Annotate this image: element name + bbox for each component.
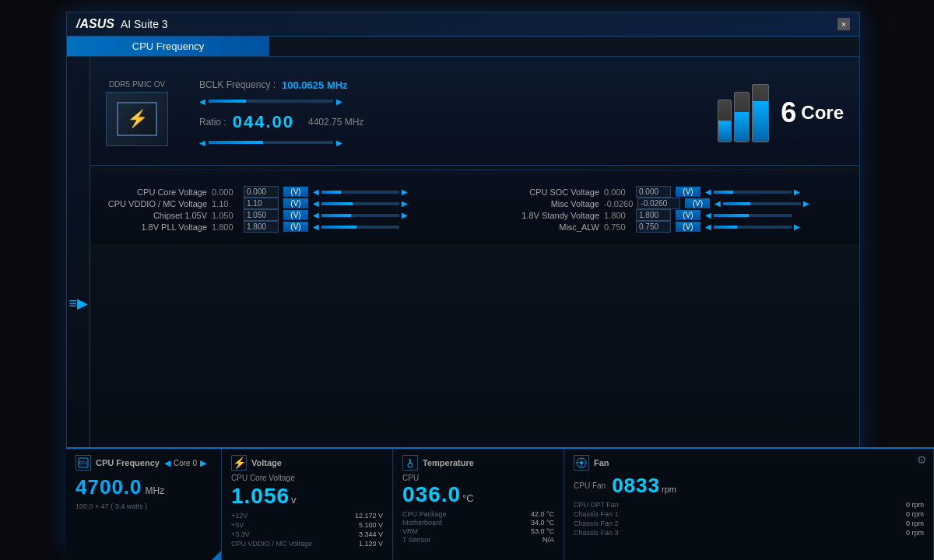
vol-unit-3: (V) [283, 210, 308, 220]
vol-inc-r1[interactable]: ▶ [794, 187, 800, 196]
cpu-temp-unit: °C [462, 492, 474, 504]
vol-dec-1[interactable]: ◀ [313, 187, 319, 196]
vol-track-r1[interactable] [714, 191, 792, 194]
vol-dec-3[interactable]: ◀ [313, 211, 319, 219]
vol-inc-1[interactable]: ▶ [402, 187, 408, 196]
voltage-list: +12V 12.172 V +5V 5.100 V +3.3V 3.344 V … [231, 512, 383, 548]
ratio-label: Ratio : [199, 117, 226, 128]
core-nav-prev[interactable]: ◀ [164, 458, 170, 468]
temperature-monitor: Temperature CPU 036.0 °C CPU Package 42.… [393, 449, 564, 560]
voltage-row-4: 1.8V PLL Voltage 1.800 (V) ◀ [106, 221, 451, 233]
core-count: 6 [781, 96, 796, 129]
core-display: 6 Core [718, 84, 844, 142]
close-button[interactable]: × [837, 18, 850, 30]
vol-input-1[interactable] [244, 186, 279, 198]
vol-track-3[interactable] [321, 214, 399, 217]
vol-val-r1a: 0.000 [604, 187, 631, 197]
vol-track-1[interactable] [321, 191, 399, 194]
vol-track-4[interactable] [321, 226, 399, 229]
temp-item-1: CPU Package 42.0 °C [402, 510, 554, 518]
vol-inc-3[interactable]: ▶ [402, 211, 408, 219]
vol-slider-r3: ◀ [705, 211, 792, 219]
temp-monitor-icon [402, 455, 418, 471]
vol-input-2[interactable] [244, 198, 279, 209]
svg-point-6 [580, 461, 583, 464]
vol-label-2: CPU VDDIO / MC Voltage [106, 199, 207, 208]
cpu-frequency-tab[interactable]: CPU Frequency [67, 37, 269, 56]
bclk-label: BCLK Frequency : [199, 79, 276, 90]
core-nav-next[interactable]: ▶ [200, 458, 206, 468]
bclk-inc-btn[interactable]: ▶ [336, 97, 342, 106]
vol-val-4a: 1.800 [212, 222, 239, 232]
vol-dec-r2[interactable]: ◀ [715, 199, 721, 208]
vol-slider-r4: ◀ ▶ [705, 222, 800, 231]
cpu-fan-label: CPU Fan [574, 481, 606, 490]
vol-input-3[interactable] [244, 209, 279, 221]
cpu-freq-monitor: CPU CPU Frequency ◀ Core 0 ▶ 4700.0 MHz … [66, 449, 222, 560]
bclk-slider[interactable] [209, 100, 333, 103]
ratio-value: 044.00 [233, 112, 294, 132]
temp-item-4: T Sensor N/A [402, 536, 554, 544]
vol-track-r4[interactable] [714, 226, 792, 229]
cpu-freq-unit: MHz [146, 485, 165, 496]
volt-item-3: +3.3V 3.344 V [231, 530, 383, 538]
app-title: AI Suite 3 [121, 18, 168, 30]
vol-dec-2[interactable]: ◀ [313, 199, 319, 208]
vol-track-r2[interactable] [723, 202, 801, 205]
voltage-monitor-title: Voltage [251, 458, 282, 467]
vol-val-1a: 0.000 [212, 187, 239, 197]
vol-input-r3[interactable] [636, 209, 671, 221]
vol-unit-4: (V) [283, 222, 308, 232]
vol-inc-r2[interactable]: ▶ [803, 199, 809, 208]
svg-text:CPU: CPU [79, 460, 88, 465]
vol-inc-2[interactable]: ▶ [402, 199, 408, 208]
vol-inc-r4[interactable]: ▶ [794, 222, 800, 231]
vol-slider-r2: ◀ ▶ [715, 199, 809, 208]
vol-unit-1: (V) [283, 187, 308, 197]
vol-input-r2[interactable] [637, 198, 680, 209]
voltage-left: CPU Core Voltage 0.000 (V) ◀ ▶ CPU VDDIO… [106, 186, 451, 233]
ratio-dec-btn[interactable]: ◀ [199, 138, 205, 147]
fan-item-4: Chassis Fan 3 0 rpm [574, 529, 924, 537]
voltage-right: CPU SOC Voltage 0.000 (V) ◀ ▶ Misc Volta… [498, 186, 844, 233]
vol-val-r4a: 0.750 [604, 222, 631, 232]
menu-icon[interactable]: ≡▶ [68, 295, 88, 312]
cpu-freq-sub: 100.0 × 47 ( 3.4 watts ) [75, 502, 212, 510]
vol-unit-r4: (V) [676, 222, 700, 232]
volt-item-1: +12V 12.172 V [231, 512, 383, 520]
vol-slider-2: ◀ ▶ [313, 199, 408, 208]
bclk-slider-container: ◀ ▶ [199, 97, 363, 106]
vol-label-r1: CPU SOC Voltage [498, 187, 599, 197]
vol-dec-r3[interactable]: ◀ [705, 211, 711, 219]
cpu-freq-monitor-title: CPU Frequency [96, 458, 160, 467]
ddr5-label: DDR5 PMIC OV [109, 80, 165, 89]
fan-monitor: ⚙ Fan CPU Fan 0833 rpm CPU OPT Fan 0 rpm… [564, 449, 934, 560]
vol-input-4[interactable] [244, 221, 279, 233]
ratio-freq: 4402.75 MHz [308, 117, 363, 128]
fan-list: CPU OPT Fan 0 rpm Chassis Fan 1 0 rpm Ch… [574, 501, 924, 537]
cpu-fan-unit: rpm [662, 485, 676, 494]
cpu-temp-value: 036.0 [402, 482, 461, 507]
vol-dec-4[interactable]: ◀ [313, 222, 319, 231]
vol-track-r3[interactable] [714, 214, 792, 217]
vol-val-r2a: -0.0260 [604, 199, 633, 208]
bclk-dec-btn[interactable]: ◀ [199, 97, 205, 106]
gear-icon[interactable]: ⚙ [917, 453, 927, 466]
ratio-inc-btn[interactable]: ▶ [336, 138, 342, 147]
voltage-row-r2: Misc Voltage -0.0260 (V) ◀ ▶ [498, 198, 844, 209]
core-text: Core [801, 102, 844, 124]
monitor-bar: CPU CPU Frequency ◀ Core 0 ▶ 4700.0 MHz … [66, 447, 934, 560]
vol-track-2[interactable] [321, 202, 399, 205]
cpu-freq-big-value: 4700.0 [75, 475, 142, 499]
ratio-slider-container: ◀ ▶ [199, 138, 363, 147]
vol-dec-r1[interactable]: ◀ [705, 187, 711, 196]
ratio-slider[interactable] [209, 141, 333, 144]
volt-item-2: +5V 5.100 V [231, 521, 383, 529]
vol-label-r2: Misc Voltage [498, 199, 599, 208]
vol-input-r4[interactable] [636, 221, 671, 233]
vol-input-r1[interactable] [636, 186, 671, 198]
vol-dec-r4[interactable]: ◀ [705, 222, 711, 231]
ddr5-icon: ⚡ [106, 92, 168, 146]
vol-label-r3: 1.8V Standy Voltage [498, 211, 599, 220]
voltage-row-3: Chipset 1.05V 1.050 (V) ◀ ▶ [106, 209, 451, 221]
